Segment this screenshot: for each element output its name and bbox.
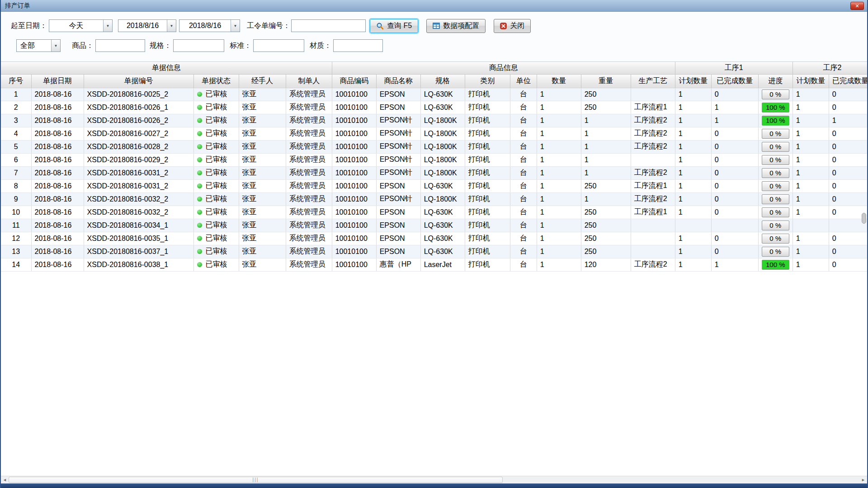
cell: 12 bbox=[1, 232, 31, 245]
cell: 1 bbox=[793, 258, 829, 271]
cell: 台 bbox=[510, 114, 537, 127]
column-group-4: 工序2 bbox=[793, 62, 867, 74]
cell: EPSON bbox=[376, 245, 420, 258]
table-row[interactable]: 72018-08-16XSDD-20180816-0031_2已审核张亚系统管理… bbox=[1, 166, 867, 179]
date-preset-combobox[interactable]: 今天 ▼ bbox=[49, 19, 113, 32]
column-header[interactable]: 单据状态 bbox=[193, 74, 239, 88]
column-header[interactable]: 生产工艺 bbox=[631, 74, 675, 88]
table-row[interactable]: 132018-08-16XSDD-20180816-0037_1已审核张亚系统管… bbox=[1, 245, 867, 258]
column-header[interactable]: 单位 bbox=[510, 74, 537, 88]
standard-input[interactable] bbox=[253, 39, 304, 52]
table-row[interactable]: 42018-08-16XSDD-20180816-0027_2已审核张亚系统管理… bbox=[1, 127, 867, 140]
table-row[interactable]: 102018-08-16XSDD-20180816-0032_2已审核张亚系统管… bbox=[1, 206, 867, 219]
table-row[interactable]: 112018-08-16XSDD-20180816-0034_1已审核张亚系统管… bbox=[1, 219, 867, 232]
status-text: 已审核 bbox=[206, 90, 227, 98]
column-header[interactable]: 制单人 bbox=[286, 74, 332, 88]
material-input[interactable] bbox=[333, 39, 383, 52]
chevron-down-icon[interactable]: ▼ bbox=[231, 20, 240, 32]
scroll-left-arrow-icon[interactable]: ◄ bbox=[1, 476, 9, 483]
cell: 工序流程1 bbox=[631, 179, 675, 192]
table-config-icon bbox=[433, 22, 440, 29]
table-row[interactable]: 82018-08-16XSDD-20180816-0031_2已审核张亚系统管理… bbox=[1, 179, 867, 192]
category-combobox[interactable]: 全部 ▼ bbox=[16, 39, 61, 52]
column-header[interactable]: 序号 bbox=[1, 74, 31, 88]
horizontal-scrollbar-thumb[interactable]: ||| bbox=[9, 477, 503, 483]
progress-cell: 100 % bbox=[758, 258, 793, 271]
cell: 10010100 bbox=[332, 179, 376, 192]
cell: 0 bbox=[829, 140, 867, 153]
cell: 1 bbox=[675, 192, 711, 206]
scroll-right-arrow-icon[interactable]: ► bbox=[859, 476, 867, 483]
cell: 系统管理员 bbox=[286, 219, 332, 232]
table-row[interactable]: 62018-08-16XSDD-20180816-0029_2已审核张亚系统管理… bbox=[1, 153, 867, 166]
table-row[interactable]: 92018-08-16XSDD-20180816-0032_2已审核张亚系统管理… bbox=[1, 192, 867, 206]
column-header[interactable]: 商品名称 bbox=[376, 74, 420, 88]
status-text: 已审核 bbox=[206, 129, 227, 137]
table-row[interactable]: 52018-08-16XSDD-20180816-0028_2已审核张亚系统管理… bbox=[1, 140, 867, 153]
table-row[interactable]: 32018-08-16XSDD-20180816-0026_2已审核张亚系统管理… bbox=[1, 114, 867, 127]
cell: 台 bbox=[510, 140, 537, 153]
cell: 10010100 bbox=[332, 219, 376, 232]
cell: 6 bbox=[1, 153, 31, 166]
cell: LQ-630K bbox=[420, 179, 465, 192]
column-header[interactable]: 规格 bbox=[420, 74, 465, 88]
cell: 3 bbox=[1, 114, 31, 127]
vertical-scrollbar-thumb[interactable] bbox=[862, 213, 866, 224]
column-header[interactable]: 重量 bbox=[581, 74, 631, 88]
window-close-button[interactable]: ✕ bbox=[850, 2, 864, 10]
spec-input[interactable] bbox=[173, 39, 224, 52]
cell: 1 bbox=[793, 101, 829, 114]
progress-cell: 0 % bbox=[758, 166, 793, 179]
query-button[interactable]: 查询 F5 bbox=[370, 19, 418, 33]
cell: 1 bbox=[581, 192, 631, 206]
column-header[interactable]: 已完成数量 bbox=[829, 74, 867, 88]
cell: 1 bbox=[711, 258, 758, 271]
work-order-input[interactable] bbox=[291, 19, 366, 32]
column-header[interactable]: 进度 bbox=[758, 74, 793, 88]
cell: 系统管理员 bbox=[286, 206, 332, 219]
orders-table: 单据信息商品信息工序1工序2 序号单据日期单据编号单据状态经手人制单人商品编码商… bbox=[1, 62, 867, 272]
cell: 1 bbox=[675, 140, 711, 153]
date-to-value: 2018/8/16 bbox=[179, 20, 231, 32]
column-header[interactable]: 数量 bbox=[537, 74, 581, 88]
data-config-button[interactable]: 数据项配置 bbox=[426, 19, 486, 33]
table-row[interactable]: 142018-08-16XSDD-20180816-0038_1已审核张亚系统管… bbox=[1, 258, 867, 271]
cell bbox=[631, 245, 675, 258]
column-header[interactable]: 商品编码 bbox=[332, 74, 376, 88]
chevron-down-icon[interactable]: ▼ bbox=[103, 20, 112, 32]
toolbar-row-2: 全部 ▼ 商品： 规格： 标准： 材质： bbox=[1, 39, 867, 52]
cell: 1 bbox=[793, 232, 829, 245]
cell: 台 bbox=[510, 206, 537, 219]
column-header[interactable]: 单据日期 bbox=[31, 74, 84, 88]
table-row[interactable]: 22018-08-16XSDD-20180816-0026_1已审核张亚系统管理… bbox=[1, 101, 867, 114]
status-cell: 已审核 bbox=[193, 127, 239, 140]
chevron-down-icon[interactable]: ▼ bbox=[51, 40, 60, 52]
chevron-down-icon[interactable]: ▼ bbox=[167, 20, 176, 32]
cell: EPSON针 bbox=[376, 140, 420, 153]
cell: 打印机 bbox=[465, 140, 510, 153]
cell: LQ-1800K bbox=[420, 140, 465, 153]
status-text: 已审核 bbox=[206, 155, 227, 163]
cell: 1 bbox=[675, 179, 711, 192]
close-window-button[interactable]: 关闭 bbox=[494, 19, 531, 33]
horizontal-scrollbar[interactable]: ◄ ||| ► bbox=[1, 476, 867, 483]
status-text: 已审核 bbox=[206, 142, 227, 150]
cell: 1 bbox=[537, 179, 581, 192]
date-to-picker[interactable]: 2018/8/16 ▼ bbox=[179, 19, 240, 32]
progress-bar: 0 % bbox=[762, 181, 789, 191]
column-header[interactable]: 单据编号 bbox=[84, 74, 193, 88]
column-header[interactable]: 计划数量 bbox=[675, 74, 711, 88]
cell: 10010100 bbox=[332, 206, 376, 219]
progress-cell: 0 % bbox=[758, 127, 793, 140]
column-header[interactable]: 类别 bbox=[465, 74, 510, 88]
table-row[interactable]: 122018-08-16XSDD-20180816-0035_1已审核张亚系统管… bbox=[1, 232, 867, 245]
table-row[interactable]: 12018-08-16XSDD-20180816-0025_2已审核张亚系统管理… bbox=[1, 88, 867, 101]
cell: 打印机 bbox=[465, 127, 510, 140]
column-header[interactable]: 经手人 bbox=[239, 74, 286, 88]
progress-bar: 0 % bbox=[762, 155, 789, 165]
date-from-picker[interactable]: 2018/8/16 ▼ bbox=[118, 19, 176, 32]
product-input[interactable] bbox=[95, 39, 145, 52]
column-header[interactable]: 计划数量 bbox=[793, 74, 829, 88]
column-header[interactable]: 已完成数量 bbox=[711, 74, 758, 88]
cell bbox=[631, 88, 675, 101]
